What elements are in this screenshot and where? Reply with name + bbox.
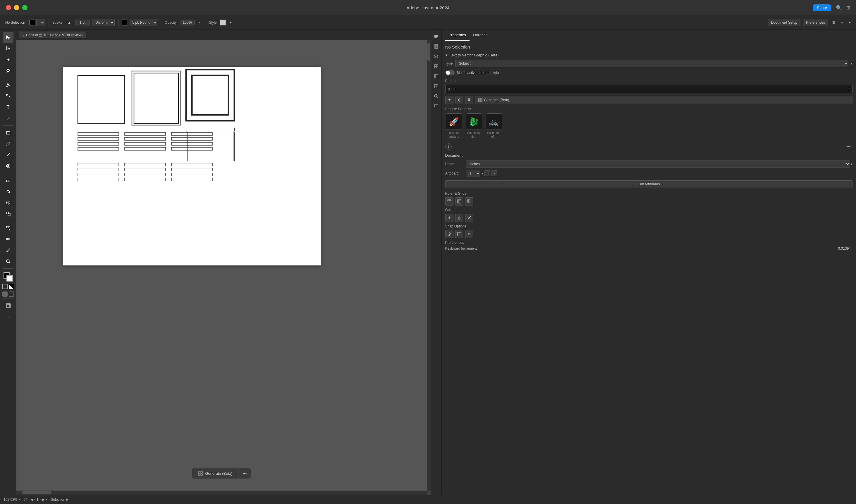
- panel-icon-layers[interactable]: [432, 52, 441, 61]
- sample-prompt-item-3[interactable]: 🚲 illustration of...: [485, 113, 503, 139]
- panel-icon-libraries[interactable]: [432, 72, 441, 81]
- grid-icon[interactable]: ⊞: [846, 5, 850, 11]
- artboard-next-button[interactable]: ›: [491, 170, 497, 176]
- lasso-tool-button[interactable]: [3, 66, 14, 76]
- show-rulers-button[interactable]: [445, 197, 453, 205]
- reflect-tool-button[interactable]: [3, 197, 14, 208]
- horizontal-scrollbar-thumb[interactable]: [22, 491, 52, 494]
- rotate-tool-button[interactable]: [3, 186, 14, 197]
- close-button[interactable]: [6, 5, 11, 10]
- maximize-button[interactable]: [22, 5, 28, 10]
- generate-beta-button[interactable]: Generate (Beta): [475, 96, 853, 104]
- ai-light-icon-btn[interactable]: [455, 96, 464, 104]
- stroke-up-icon[interactable]: ▲: [66, 20, 73, 25]
- paintbrush-tool-button[interactable]: [3, 139, 14, 149]
- match-artboard-toggle[interactable]: [445, 70, 455, 75]
- floating-generate-button[interactable]: Generate (Beta): [192, 468, 239, 479]
- style-swatch[interactable]: [220, 20, 226, 25]
- panel-icon-history[interactable]: [432, 92, 441, 101]
- shape-builder-tool-button[interactable]: [3, 223, 14, 233]
- background-color[interactable]: [6, 275, 13, 282]
- type-select[interactable]: Subject: [455, 60, 849, 67]
- tab-close-icon[interactable]: ×: [22, 34, 24, 37]
- blob-brush-tool-button[interactable]: [3, 161, 14, 171]
- panel-icon-export[interactable]: [432, 82, 441, 91]
- panel-icon-document[interactable]: [432, 42, 441, 51]
- snap-to-pixel-button[interactable]: [465, 230, 473, 238]
- eraser-tool-button[interactable]: [3, 175, 14, 186]
- panel-icon-artboards[interactable]: [432, 62, 441, 71]
- show-guides-button[interactable]: [445, 214, 453, 222]
- snap-to-grid-button[interactable]: [455, 230, 464, 238]
- brush-type-select[interactable]: 5 pt. Round: [129, 19, 157, 26]
- share-button[interactable]: Share: [813, 4, 831, 11]
- horizontal-scrollbar[interactable]: [16, 490, 427, 494]
- pencil-tool-button[interactable]: [3, 150, 14, 160]
- direct-selection-tool-button[interactable]: [3, 43, 14, 54]
- mode-arrow-icon[interactable]: ▶: [66, 498, 69, 501]
- brush-color-swatch[interactable]: [122, 20, 128, 25]
- type-chevron-icon[interactable]: ▾: [851, 62, 853, 66]
- stroke-value[interactable]: 1 pt: [75, 20, 90, 25]
- canvas-area[interactable]: × Chair.ai @ 102.03 % (RGB/Preview): [16, 30, 431, 494]
- artboard-chevron-icon[interactable]: ▾: [482, 172, 483, 175]
- eyedropper-tool-button[interactable]: [3, 245, 14, 255]
- scale-tool-button[interactable]: [3, 209, 14, 219]
- style-dropdown-icon[interactable]: ▾: [228, 20, 233, 25]
- panel-icon-properties[interactable]: [432, 32, 441, 41]
- zoom-chevron-icon[interactable]: ▾: [18, 498, 20, 501]
- lock-guides-button[interactable]: [455, 214, 464, 222]
- more-tools-button[interactable]: •••: [3, 312, 14, 322]
- panel-icon-comment[interactable]: [432, 102, 441, 110]
- libraries-tab[interactable]: Libraries: [470, 30, 491, 41]
- collapse-chevron-icon[interactable]: ▼: [445, 54, 448, 57]
- show-pixel-grid-button[interactable]: [465, 197, 473, 205]
- page-chevron-icon[interactable]: ▾: [46, 498, 47, 501]
- swap-colors-icon[interactable]: [9, 284, 14, 289]
- properties-tab[interactable]: Properties: [445, 30, 470, 41]
- line-tool-button[interactable]: [3, 113, 14, 124]
- ai-generate-icon-btn[interactable]: [445, 96, 453, 104]
- info-button[interactable]: ℹ: [445, 143, 452, 150]
- more-options-button[interactable]: •••: [844, 144, 853, 149]
- align-icon[interactable]: ≡: [839, 20, 845, 25]
- align-more-icon[interactable]: ▾: [847, 20, 853, 25]
- page-next-small-icon[interactable]: ›: [40, 498, 41, 502]
- ai-settings-icon-btn[interactable]: [465, 96, 473, 104]
- canvas-scroll-area[interactable]: Generate (Beta) •••: [16, 40, 427, 490]
- zoom-tool-button[interactable]: [3, 256, 14, 267]
- stroke-type-select[interactable]: Uniform: [92, 19, 115, 26]
- rectangle-tool-button[interactable]: [3, 127, 14, 138]
- page-prev-small-icon[interactable]: ‹: [34, 498, 35, 502]
- vertical-scrollbar[interactable]: [427, 40, 431, 490]
- selection-tool-button[interactable]: [3, 32, 14, 43]
- artboard-select[interactable]: 1: [466, 170, 481, 177]
- clear-guides-button[interactable]: [465, 214, 473, 222]
- edit-artboards-button[interactable]: Edit Artboards: [445, 180, 853, 188]
- preferences-button[interactable]: Preferences: [803, 19, 828, 26]
- units-select[interactable]: Inches: [466, 161, 851, 167]
- document-tab[interactable]: × Chair.ai @ 102.03 % (RGB/Preview): [19, 32, 86, 38]
- artboard-prev-button[interactable]: ‹: [485, 170, 490, 176]
- vertical-scrollbar-thumb[interactable]: [427, 43, 430, 61]
- next-page-icon[interactable]: ▶: [42, 498, 45, 502]
- gradient-tool-button[interactable]: [3, 234, 14, 245]
- units-chevron-icon[interactable]: ▾: [851, 162, 853, 166]
- add-anchor-tool-button[interactable]: [3, 91, 14, 102]
- sample-prompt-item-2[interactable]: 🐉 Cute baby dr...: [465, 113, 483, 139]
- prompt-input[interactable]: [445, 85, 853, 93]
- arrange-icon[interactable]: ⊞: [831, 20, 837, 25]
- stroke-only-icon[interactable]: [9, 291, 14, 297]
- screen-mode-button[interactable]: [3, 301, 14, 311]
- search-icon[interactable]: 🔍: [836, 5, 842, 11]
- no-fill-box[interactable]: [2, 284, 7, 289]
- document-setup-button[interactable]: Document Setup: [768, 19, 800, 26]
- fill-icon[interactable]: [2, 291, 7, 297]
- prompt-clear-icon[interactable]: ×: [849, 87, 851, 91]
- pen-tool-button[interactable]: [3, 80, 14, 90]
- floating-more-button[interactable]: •••: [239, 468, 251, 479]
- opacity-arrow-icon[interactable]: ›: [197, 20, 202, 25]
- magic-wand-tool-button[interactable]: [3, 54, 14, 65]
- fill-swatch[interactable]: [29, 20, 35, 25]
- show-grid-button[interactable]: [455, 197, 464, 205]
